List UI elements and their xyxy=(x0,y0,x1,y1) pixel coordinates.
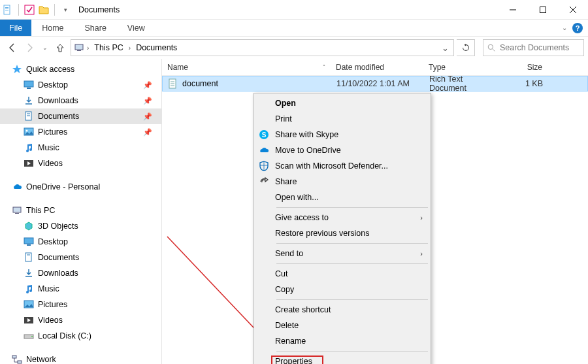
sidebar-item-desktop[interactable]: Desktop xyxy=(0,234,161,250)
refresh-button[interactable] xyxy=(457,39,475,56)
qat-dropdown-icon[interactable]: ▾ xyxy=(60,5,71,15)
nav-label: Pictures xyxy=(38,127,67,137)
forward-button[interactable] xyxy=(22,40,38,56)
column-header-size[interactable]: Size xyxy=(502,63,547,72)
documents-icon xyxy=(24,111,34,122)
menu-onedrive[interactable]: Move to OneDrive xyxy=(255,142,429,158)
nav-label: OneDrive - Personal xyxy=(26,182,100,191)
skype-icon: S xyxy=(255,129,272,140)
up-button[interactable] xyxy=(52,40,68,56)
svg-rect-1 xyxy=(5,7,8,8)
menu-restore[interactable]: Restore previous versions xyxy=(255,225,429,241)
svg-rect-34 xyxy=(18,361,22,363)
menu-open[interactable]: Open xyxy=(255,95,429,111)
sidebar-item-thispc[interactable]: This PC xyxy=(0,203,161,218)
sidebar-item-documents[interactable]: Documents📌 xyxy=(0,108,161,124)
column-headers: Name˄ Date modified Type Size xyxy=(162,59,588,76)
svg-rect-6 xyxy=(540,7,546,12)
pictures-icon xyxy=(24,127,34,137)
sidebar-item-3dobjects[interactable]: 3D Objects xyxy=(0,218,161,234)
videos-icon xyxy=(24,315,34,325)
pin-icon: 📌 xyxy=(143,128,152,137)
svg-rect-24 xyxy=(24,238,33,244)
close-button[interactable] xyxy=(558,0,588,20)
svg-text:S: S xyxy=(262,131,267,139)
column-header-name[interactable]: Name˄ xyxy=(162,63,331,72)
minimize-button[interactable] xyxy=(498,0,528,20)
nav-label: This PC xyxy=(26,206,55,215)
file-tab[interactable]: File xyxy=(0,20,31,36)
window-title: Documents xyxy=(78,5,120,14)
sidebar-item-videos[interactable]: Videos xyxy=(0,312,161,328)
help-icon[interactable]: ? xyxy=(572,23,583,33)
tab-share[interactable]: Share xyxy=(74,20,117,36)
shield-icon xyxy=(255,161,272,171)
desktop-icon xyxy=(24,80,34,90)
nav-label: Music xyxy=(38,143,59,152)
back-button[interactable] xyxy=(4,40,20,56)
breadcrumb-segment[interactable]: Documents xyxy=(133,43,180,52)
nav-label: Downloads xyxy=(38,269,78,278)
sidebar-item-music[interactable]: Music xyxy=(0,140,161,156)
sidebar-item-network[interactable]: Network xyxy=(0,352,161,364)
menu-giveaccess[interactable]: Give access to› xyxy=(255,210,429,225)
address-bar: ⌄ › This PC › Documents ⌄ Search Documen… xyxy=(0,37,588,59)
sidebar-item-pictures[interactable]: Pictures xyxy=(0,297,161,312)
menu-cut[interactable]: Cut xyxy=(255,266,429,282)
videos-icon xyxy=(24,158,34,169)
menu-copy[interactable]: Copy xyxy=(255,282,429,297)
nav-label: Desktop xyxy=(38,237,68,246)
menu-delete[interactable]: Delete xyxy=(255,318,429,333)
sidebar-item-videos[interactable]: Videos xyxy=(0,156,161,171)
file-row[interactable]: document 11/10/2022 1:01 AM Rich Text Do… xyxy=(162,76,588,91)
chevron-right-icon[interactable]: › xyxy=(127,44,132,52)
quick-access-root[interactable]: Quick access xyxy=(0,61,161,77)
nav-label: Videos xyxy=(38,159,63,168)
menu-rename[interactable]: Rename xyxy=(255,333,429,349)
documents-icon xyxy=(24,252,34,263)
navigation-pane: Quick access Desktop📌 Downloads📌 Documen… xyxy=(0,59,162,364)
menu-defender[interactable]: Scan with Microsoft Defender... xyxy=(255,158,429,174)
chevron-right-icon: › xyxy=(420,214,423,222)
sidebar-item-localdisk[interactable]: Local Disk (C:) xyxy=(0,328,161,344)
nav-label: Local Disk (C:) xyxy=(38,331,91,340)
svg-rect-33 xyxy=(12,356,16,358)
nav-label: Desktop xyxy=(38,80,68,90)
column-header-date[interactable]: Date modified xyxy=(331,63,423,72)
breadcrumb-dropdown-icon[interactable]: ⌄ xyxy=(439,43,451,53)
nav-label: Videos xyxy=(38,316,63,325)
menu-share[interactable]: Share xyxy=(255,174,429,190)
svg-rect-22 xyxy=(13,207,21,212)
sidebar-item-music[interactable]: Music xyxy=(0,281,161,297)
svg-rect-2 xyxy=(5,8,8,9)
ribbon-expand-icon[interactable]: ⌄ xyxy=(562,24,567,31)
chevron-right-icon[interactable]: › xyxy=(86,44,90,52)
column-header-type[interactable]: Type xyxy=(423,63,502,72)
svg-point-11 xyxy=(488,44,493,49)
file-type: Rich Text Document xyxy=(424,74,502,93)
file-date: 11/10/2022 1:01 AM xyxy=(331,79,424,88)
tab-view[interactable]: View xyxy=(117,20,155,36)
search-input[interactable]: Search Documents xyxy=(483,39,584,56)
menu-print[interactable]: Print xyxy=(255,111,429,127)
menu-sendto[interactable]: Send to› xyxy=(255,246,429,261)
menu-skype[interactable]: SShare with Skype xyxy=(255,127,429,142)
recent-dropdown[interactable]: ⌄ xyxy=(41,40,50,56)
sidebar-item-downloads[interactable]: Downloads xyxy=(0,265,161,281)
menu-properties[interactable]: Properties xyxy=(255,354,429,364)
menu-openwith[interactable]: Open with... xyxy=(255,190,429,205)
tab-home[interactable]: Home xyxy=(31,20,74,36)
sidebar-item-downloads[interactable]: Downloads📌 xyxy=(0,93,161,108)
properties-quick-icon[interactable] xyxy=(24,5,35,15)
sidebar-item-desktop[interactable]: Desktop📌 xyxy=(0,77,161,93)
menu-shortcut[interactable]: Create shortcut xyxy=(255,302,429,318)
context-menu: Open Print SShare with Skype Move to One… xyxy=(253,93,431,364)
sidebar-item-pictures[interactable]: Pictures📌 xyxy=(0,124,161,140)
folder-quick-icon[interactable] xyxy=(39,5,49,15)
breadcrumb-segment[interactable]: This PC xyxy=(91,43,125,52)
sidebar-item-documents[interactable]: Documents xyxy=(0,250,161,265)
maximize-button[interactable] xyxy=(528,0,558,20)
sidebar-item-onedrive[interactable]: OneDrive - Personal xyxy=(0,179,161,195)
breadcrumb[interactable]: › This PC › Documents ⌄ xyxy=(71,39,454,56)
sort-indicator-icon: ˄ xyxy=(323,64,325,70)
